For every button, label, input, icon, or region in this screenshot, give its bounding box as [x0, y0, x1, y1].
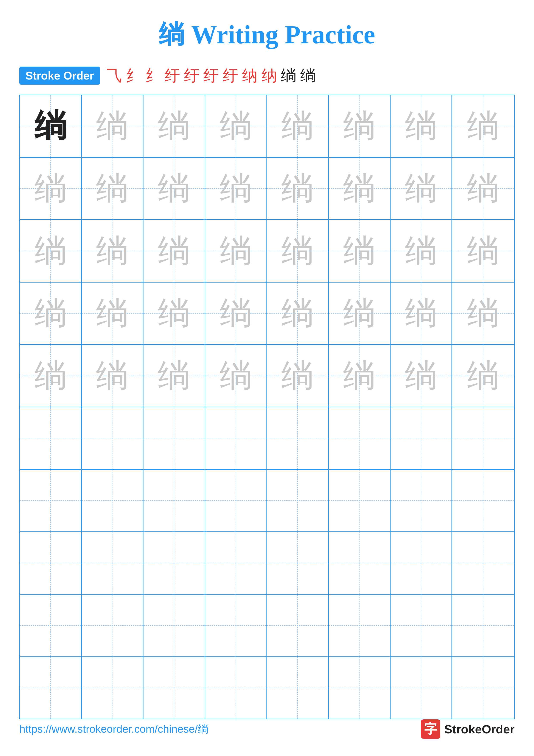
grid-cell[interactable]	[391, 595, 452, 657]
grid-cell[interactable]: 绱	[267, 283, 329, 344]
grid-cell[interactable]	[329, 595, 391, 657]
grid-cell[interactable]: 绱	[143, 283, 205, 344]
grid-cell[interactable]: 绱	[267, 158, 329, 220]
grid-row: 绱绱绱绱绱绱绱绱	[20, 283, 514, 345]
grid-row: 绱绱绱绱绱绱绱绱	[20, 95, 514, 158]
grid-cell[interactable]	[20, 657, 82, 719]
grid-cell[interactable]	[205, 532, 267, 594]
grid-cell[interactable]: 绱	[452, 220, 514, 282]
grid-cell[interactable]: 绱	[143, 95, 205, 157]
stroke-char-10: 绱	[300, 65, 316, 86]
grid-row	[20, 407, 514, 470]
grid-cell[interactable]: 绱	[452, 283, 514, 344]
grid-cell[interactable]: 绱	[205, 95, 267, 157]
grid-cell[interactable]: 绱	[82, 345, 144, 407]
grid-cell[interactable]	[267, 407, 329, 469]
grid-cell[interactable]: 绱	[267, 220, 329, 282]
grid-cell[interactable]	[391, 532, 452, 594]
grid-cell[interactable]	[82, 470, 144, 532]
grid-cell[interactable]	[452, 532, 514, 594]
grid-cell[interactable]	[267, 532, 329, 594]
title-chinese-char: 绱	[159, 20, 185, 49]
grid-cell[interactable]: 绱	[20, 95, 82, 157]
grid-cell[interactable]	[82, 657, 144, 719]
practice-char: 绱	[96, 297, 128, 330]
grid-cell[interactable]: 绱	[329, 220, 391, 282]
grid-cell[interactable]	[143, 470, 205, 532]
grid-cell[interactable]	[205, 657, 267, 719]
practice-char: 绱	[281, 360, 314, 392]
grid-cell[interactable]: 绱	[391, 158, 452, 220]
grid-cell[interactable]: 绱	[267, 345, 329, 407]
practice-char: 绱	[220, 297, 252, 330]
grid-cell[interactable]: 绱	[329, 283, 391, 344]
grid-cell[interactable]: 绱	[205, 158, 267, 220]
grid-cell[interactable]	[82, 595, 144, 657]
grid-cell[interactable]	[205, 407, 267, 469]
grid-cell[interactable]: 绱	[391, 220, 452, 282]
grid-cell[interactable]	[267, 470, 329, 532]
grid-cell[interactable]: 绱	[82, 95, 144, 157]
practice-char: 绱	[96, 235, 128, 267]
grid-cell[interactable]	[329, 532, 391, 594]
grid-cell[interactable]: 绱	[329, 158, 391, 220]
grid-cell[interactable]: 绱	[267, 95, 329, 157]
grid-cell[interactable]	[143, 595, 205, 657]
grid-cell[interactable]: 绱	[205, 283, 267, 344]
grid-cell[interactable]	[391, 657, 452, 719]
grid-cell[interactable]	[391, 407, 452, 469]
grid-cell[interactable]	[452, 407, 514, 469]
grid-cell[interactable]: 绱	[82, 158, 144, 220]
stroke-char-6: 纡	[223, 65, 238, 86]
grid-cell[interactable]: 绱	[143, 158, 205, 220]
grid-row	[20, 595, 514, 657]
grid-cell[interactable]	[143, 407, 205, 469]
grid-cell[interactable]	[20, 532, 82, 594]
grid-cell[interactable]: 绱	[452, 345, 514, 407]
grid-cell[interactable]: 绱	[329, 345, 391, 407]
grid-cell[interactable]: 绱	[205, 345, 267, 407]
grid-cell[interactable]	[143, 532, 205, 594]
grid-cell[interactable]	[20, 470, 82, 532]
grid-cell[interactable]: 绱	[391, 95, 452, 157]
grid-cell[interactable]: 绱	[205, 220, 267, 282]
grid-cell[interactable]: 绱	[452, 158, 514, 220]
grid-cell[interactable]: 绱	[82, 220, 144, 282]
grid-cell[interactable]	[329, 470, 391, 532]
grid-cell[interactable]: 绱	[143, 220, 205, 282]
grid-cell[interactable]: 绱	[20, 283, 82, 344]
grid-cell[interactable]	[267, 657, 329, 719]
grid-cell[interactable]	[82, 532, 144, 594]
grid-cell[interactable]	[143, 657, 205, 719]
grid-cell[interactable]	[329, 657, 391, 719]
grid-cell[interactable]	[391, 470, 452, 532]
grid-cell[interactable]: 绱	[391, 345, 452, 407]
grid-cell[interactable]	[205, 470, 267, 532]
grid-cell[interactable]	[20, 595, 82, 657]
grid-cell[interactable]	[329, 407, 391, 469]
practice-char: 绱	[343, 110, 375, 142]
practice-char: 绱	[467, 235, 499, 267]
grid-cell[interactable]	[205, 595, 267, 657]
grid-cell[interactable]	[267, 595, 329, 657]
practice-char: 绱	[220, 173, 252, 205]
grid-cell[interactable]	[452, 657, 514, 719]
grid-cell[interactable]: 绱	[20, 220, 82, 282]
footer-logo: 字 StrokeOrder	[421, 719, 515, 739]
practice-char: 绱	[35, 173, 67, 205]
practice-char: 绱	[343, 360, 375, 392]
grid-cell[interactable]: 绱	[20, 345, 82, 407]
practice-char: 绱	[158, 173, 190, 205]
grid-cell[interactable]: 绱	[82, 283, 144, 344]
grid-cell[interactable]: 绱	[329, 95, 391, 157]
grid-cell[interactable]: 绱	[143, 345, 205, 407]
grid-cell[interactable]: 绱	[20, 158, 82, 220]
grid-cell[interactable]	[452, 595, 514, 657]
grid-cell[interactable]: 绱	[452, 95, 514, 157]
grid-cell[interactable]	[452, 470, 514, 532]
grid-cell[interactable]	[20, 407, 82, 469]
grid-cell[interactable]: 绱	[391, 283, 452, 344]
stroke-char-9: 绱	[281, 65, 296, 86]
practice-char: 绱	[281, 297, 314, 330]
grid-cell[interactable]	[82, 407, 144, 469]
